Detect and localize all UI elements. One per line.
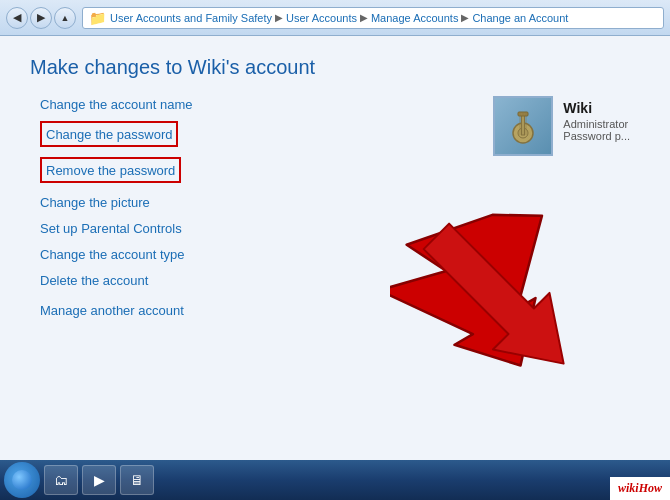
taskbar: 🗂 ▶ 🖥 wikiHow [0, 460, 670, 500]
control-panel-icon: 🖥 [129, 472, 145, 488]
breadcrumb-part1[interactable]: User Accounts and Family Safety [110, 12, 272, 24]
list-item: Change the account type [40, 245, 640, 263]
user-avatar [493, 96, 553, 156]
start-orb-icon [12, 470, 32, 490]
user-name: Wiki [563, 100, 630, 116]
breadcrumb: 📁 User Accounts and Family Safety ▶ User… [82, 7, 664, 29]
change-account-name-link[interactable]: Change the account name [40, 97, 193, 112]
highlighted-box-2: Remove the password [40, 157, 181, 183]
change-picture-link[interactable]: Change the picture [40, 195, 150, 210]
user-info: Wiki Administrator Password p... [563, 96, 630, 142]
breadcrumb-part3[interactable]: Manage Accounts [371, 12, 458, 24]
taskbar-file-manager[interactable]: 🗂 [44, 465, 78, 495]
breadcrumb-part4[interactable]: Change an Account [472, 12, 568, 24]
start-button[interactable] [4, 462, 40, 498]
nav-buttons: ◀ ▶ ▲ [6, 7, 76, 29]
guitar-icon [502, 105, 544, 147]
breadcrumb-sep3: ▶ [461, 12, 469, 23]
forward-button[interactable]: ▶ [30, 7, 52, 29]
delete-account-link[interactable]: Delete the account [40, 273, 148, 288]
user-password-status: Password p... [563, 130, 630, 142]
media-play-icon: ▶ [91, 472, 107, 488]
list-item: Set up Parental Controls [40, 219, 640, 237]
change-password-link[interactable]: Change the password [46, 127, 172, 142]
manage-another-account-link[interactable]: Manage another account [40, 303, 184, 318]
main-content: Make changes to Wiki's account Change th… [0, 36, 670, 460]
file-manager-icon: 🗂 [53, 472, 69, 488]
taskbar-control-panel[interactable]: 🖥 [120, 465, 154, 495]
user-role: Administrator [563, 118, 630, 130]
address-bar: ◀ ▶ ▲ 📁 User Accounts and Family Safety … [0, 0, 670, 36]
list-item: Manage another account [40, 301, 640, 319]
wikihow-label1: wiki [618, 481, 639, 495]
breadcrumb-part2[interactable]: User Accounts [286, 12, 357, 24]
change-account-type-link[interactable]: Change the account type [40, 247, 185, 262]
list-item: Remove the password [40, 157, 640, 185]
page-title: Make changes to Wiki's account [30, 56, 640, 79]
list-item: Change the picture [40, 193, 640, 211]
up-button[interactable]: ▲ [54, 7, 76, 29]
breadcrumb-sep2: ▶ [360, 12, 368, 23]
taskbar-media-player[interactable]: ▶ [82, 465, 116, 495]
parental-controls-link[interactable]: Set up Parental Controls [40, 221, 182, 236]
breadcrumb-sep1: ▶ [275, 12, 283, 23]
back-button[interactable]: ◀ [6, 7, 28, 29]
user-panel: Wiki Administrator Password p... [493, 96, 630, 156]
remove-password-link[interactable]: Remove the password [46, 163, 175, 178]
wikihow-badge: wikiHow [610, 477, 670, 500]
wikihow-label2: How [639, 481, 662, 495]
list-item: Delete the account [40, 271, 640, 289]
highlighted-box: Change the password [40, 121, 178, 147]
